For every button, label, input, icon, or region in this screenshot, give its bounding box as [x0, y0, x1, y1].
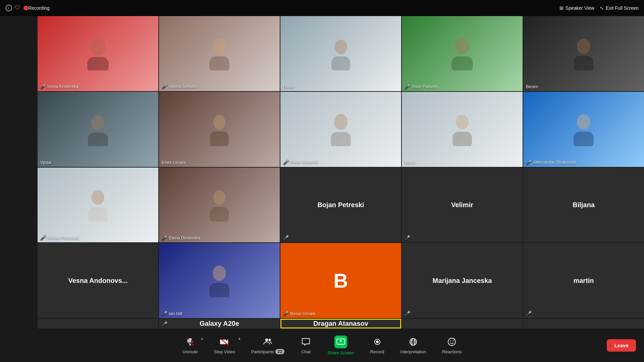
speaker-view-button[interactable]: ⊞ Speaker View: [559, 5, 594, 11]
participant-tile-galaxy[interactable]: Galaxy A20e 🎤: [159, 319, 280, 328]
chat-label: Chat: [301, 349, 310, 354]
participant-tile-nikola[interactable]: 🎤 Nikola Petrovski: [38, 168, 158, 243]
participants-count: 22: [275, 349, 284, 354]
svg-point-42: [453, 340, 454, 341]
participant-name-velimir: Velimir: [451, 201, 473, 209]
video-caret[interactable]: ▲: [238, 337, 241, 340]
participant-name-enes: Enes Limani: [162, 160, 186, 165]
svg-rect-25: [209, 283, 229, 297]
svg-point-10: [91, 115, 105, 130]
participant-tile-ian[interactable]: 🎤 Ian Gill: [159, 243, 280, 318]
svg-rect-13: [210, 131, 229, 146]
svg-rect-17: [452, 132, 472, 146]
participant-name-rabie: Rabie: [283, 84, 294, 89]
unmute-caret[interactable]: ▲: [201, 337, 204, 340]
participant-name-nikola: 🎤 Nikola Petrovski: [40, 235, 78, 240]
svg-point-30: [268, 339, 271, 341]
svg-rect-7: [451, 56, 473, 70]
speaker-view-icon: ⊞: [559, 5, 564, 11]
share-screen-label: Share Screen: [327, 350, 354, 355]
svg-rect-1: [87, 57, 109, 70]
svg-point-35: [376, 341, 379, 343]
unmute-button[interactable]: Unmute ▲: [174, 334, 206, 357]
top-right-controls: ⊞ Speaker View ⤡ Exit Full Screen: [559, 5, 639, 11]
participant-tile-marijana[interactable]: Marijana Janceska 🎤: [402, 243, 523, 318]
camera-icon: [219, 337, 230, 347]
participant-tile-vjosa[interactable]: Vjosa: [38, 92, 158, 167]
chat-icon: [301, 337, 311, 347]
record-label: Record: [370, 349, 384, 354]
participant-tile-aleksandar[interactable]: 🎤 Aleksandar Shukovski: [523, 92, 644, 167]
participant-tile-elena[interactable]: 🎤 Elena Dimovska: [159, 168, 280, 243]
participant-tile-vesna[interactable]: Vesna Andonovs...: [38, 243, 158, 318]
participant-tile-albina[interactable]: 🎤 Albina Sefadini: [159, 16, 280, 91]
participant-name-martin: martin: [573, 277, 594, 285]
svg-point-20: [92, 190, 104, 205]
svg-point-24: [213, 265, 226, 281]
participant-tile-besar[interactable]: B 🎤 Besar Ismaili: [280, 243, 401, 318]
svg-point-16: [456, 115, 469, 129]
participant-name-bojan: Bojan Petreski: [318, 201, 364, 209]
svg-point-36: [410, 339, 417, 345]
participant-name-visar: 🎤 Visar Palloshi: [405, 84, 438, 89]
participant-name-besim: Besim: [526, 84, 538, 89]
participant-tile-rabie[interactable]: Rabie: [280, 16, 401, 91]
svg-point-6: [455, 38, 469, 54]
bottom-toolbar: Unmute ▲ Stop Video ▲ Participants 22: [0, 328, 644, 362]
participants-button[interactable]: Participants 22: [243, 334, 292, 357]
record-icon: [372, 337, 383, 347]
participant-tile-martin[interactable]: martin 🎤: [523, 243, 644, 318]
participant-name-dragan: Dragan Atanasov: [313, 320, 368, 327]
recording-dot: [23, 6, 28, 10]
svg-point-4: [334, 40, 347, 54]
svg-rect-23: [210, 207, 229, 222]
participant-name-ivona: 🎤 Ivona Krstevska: [40, 84, 78, 89]
participant-name-besar: 🎤 Besar Ismaili: [283, 311, 315, 316]
exit-fullscreen-label: Exit Full Screen: [606, 5, 639, 11]
reactions-label: Reactions: [442, 349, 462, 354]
participant-name-ian: 🎤 Ian Gill: [162, 311, 182, 316]
svg-point-37: [412, 339, 415, 345]
participant-tile-visar[interactable]: 🎤 Visar Palloshi: [402, 16, 523, 91]
participant-name-vesna: Vesna Andonovs...: [68, 277, 127, 285]
participant-name-elena: 🎤 Elena Dimovska: [162, 235, 200, 240]
participant-tile-biljana[interactable]: Biljana: [523, 168, 644, 243]
participant-tile-dragan[interactable]: Dragan Atanasov: [280, 319, 401, 328]
svg-rect-27: [189, 339, 191, 343]
interpretation-button[interactable]: Interpretation: [392, 334, 434, 357]
svg-point-0: [91, 38, 105, 56]
participant-tile-empty2: [402, 319, 523, 328]
svg-point-29: [265, 339, 268, 341]
stop-video-button[interactable]: Stop Video ▲: [206, 334, 243, 357]
record-button[interactable]: Record: [362, 334, 392, 357]
participant-name-albina: 🎤 Albina Sefadini: [162, 84, 198, 89]
stop-video-label: Stop Video: [214, 349, 235, 354]
shield-icon: 🛡: [15, 5, 21, 11]
exit-fullscreen-button[interactable]: ⤡ Exit Full Screen: [600, 5, 639, 11]
participant-name-vjosa: Vjosa: [40, 160, 51, 165]
chat-button[interactable]: Chat: [292, 334, 319, 357]
participant-tile-velimir[interactable]: Velimir 🎤: [402, 168, 523, 243]
svg-point-22: [213, 190, 225, 205]
info-icon[interactable]: i: [5, 5, 12, 11]
participant-tile-enes[interactable]: Enes Limani: [159, 92, 280, 167]
participant-tile-besim[interactable]: Besim: [523, 16, 644, 91]
svg-point-41: [450, 340, 451, 341]
participant-name-ioana: Ioana: [405, 160, 416, 165]
svg-point-14: [334, 114, 347, 130]
participant-tile-ivona[interactable]: 🎤 Ivona Krstevska: [38, 16, 158, 91]
svg-point-8: [577, 39, 590, 54]
recording-label: Recording: [28, 5, 50, 11]
svg-point-2: [213, 38, 226, 54]
svg-rect-11: [88, 133, 108, 146]
share-screen-button[interactable]: Share Screen: [319, 333, 362, 358]
speaker-view-label: Speaker View: [566, 5, 594, 11]
reactions-button[interactable]: Reactions: [434, 334, 470, 357]
participant-tile-ioana[interactable]: Ioana: [402, 92, 523, 167]
participants-label: Participants: [251, 349, 274, 354]
exit-fullscreen-icon: ⤡: [600, 5, 604, 11]
participant-tile-todor[interactable]: 🎤 Todor Koneski: [280, 92, 401, 167]
participant-tile-bojan[interactable]: Bojan Petreski 🎤: [280, 168, 401, 243]
leave-button[interactable]: Leave: [607, 339, 636, 352]
svg-rect-9: [574, 56, 594, 70]
